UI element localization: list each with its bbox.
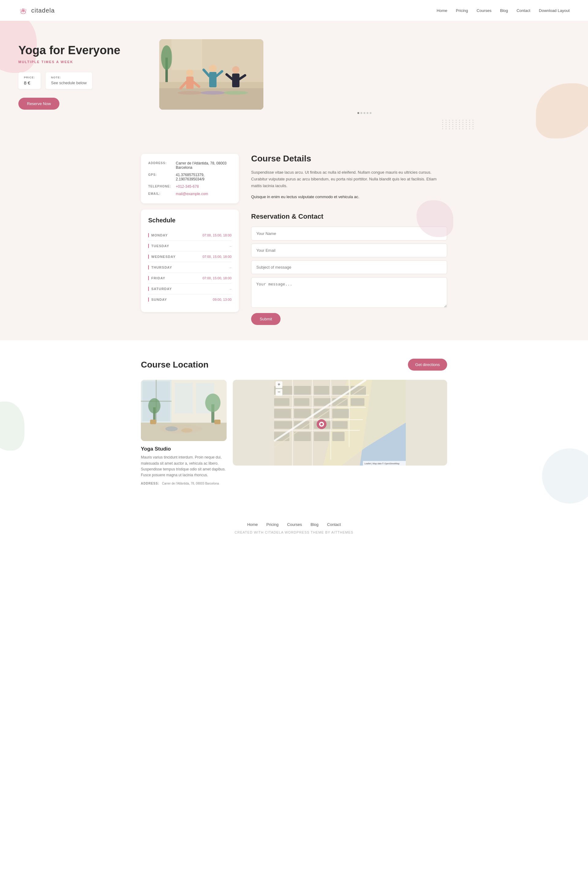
svg-rect-23 xyxy=(171,39,202,70)
telephone-link[interactable]: +012-345-678 xyxy=(176,185,199,189)
svg-rect-59 xyxy=(314,432,329,441)
subject-input[interactable] xyxy=(251,260,447,274)
svg-rect-9 xyxy=(186,77,194,89)
address-value: Carrer de l'Atlàntida, 78, 08003 Barcelo… xyxy=(176,161,231,170)
price-note-container: PRICE: 8 € NOTE: See schedule below xyxy=(18,72,141,89)
schedule-time-1: – xyxy=(230,244,231,248)
svg-point-41 xyxy=(159,424,202,434)
slider-dots xyxy=(159,112,570,114)
location-header: Course Location Get directions xyxy=(141,359,447,371)
studio-card: Yoga Studio Mauris varius tincidunt inte… xyxy=(141,380,226,485)
svg-text:+: + xyxy=(278,382,280,387)
schedule-time-6: 09:00, 13:00 xyxy=(213,298,231,302)
location-blob-left xyxy=(0,402,24,450)
studio-address-row: ADDRESS: Carrer de l'Atlàntida, 78, 0800… xyxy=(141,482,226,485)
directions-button[interactable]: Get directions xyxy=(408,359,447,371)
price-label: PRICE: xyxy=(24,76,35,79)
schedule-time-5: – xyxy=(230,287,231,291)
svg-rect-17 xyxy=(232,74,240,87)
course-paragraph-2: Quisque in enim eu lectus vulputate comm… xyxy=(251,194,447,200)
telephone-value: +012-345-678 xyxy=(176,185,199,189)
nav-contact[interactable]: Contact xyxy=(517,8,530,13)
svg-rect-62 xyxy=(332,409,349,418)
svg-point-79 xyxy=(320,423,323,425)
schedule-row: FRIDAY07:00, 15:00, 18:00 xyxy=(148,273,231,284)
svg-rect-40 xyxy=(150,420,156,424)
schedule-day-4: FRIDAY xyxy=(148,276,165,280)
svg-point-22 xyxy=(224,91,248,95)
svg-rect-48 xyxy=(274,421,292,429)
map-container[interactable]: + − Leaflet | Map data © OpenStreetMap xyxy=(233,380,447,465)
nav-download[interactable]: Download Layout xyxy=(539,8,570,13)
svg-point-34 xyxy=(205,393,220,412)
location-title: Course Location xyxy=(141,360,208,370)
svg-point-20 xyxy=(178,91,202,95)
nav-pricing[interactable]: Pricing xyxy=(456,8,468,13)
schedule-row: SATURDAY– xyxy=(148,284,231,294)
footer-contact[interactable]: Contact xyxy=(327,522,341,527)
schedule-day-0: MONDAY xyxy=(148,233,168,237)
dot-grid-pattern: // Will be generated dynamically xyxy=(442,120,475,129)
name-input[interactable] xyxy=(251,227,447,240)
footer-credit: Created with Citadela WordPress theme by… xyxy=(6,530,582,534)
info-card: ADDRESS: Carrer de l'Atlàntida, 78, 0800… xyxy=(141,154,239,203)
hero-subtitle: Multiple times a week xyxy=(18,60,141,64)
submit-button[interactable]: Submit xyxy=(251,313,280,325)
telephone-label: TELEPHONE: xyxy=(148,185,173,189)
footer-links: Home Pricing Courses Blog Contact xyxy=(6,522,582,527)
svg-point-21 xyxy=(201,91,225,95)
svg-point-8 xyxy=(186,69,194,77)
studio-address-value: Carrer de l'Atlàntida, 78, 08003 Barcelo… xyxy=(162,482,219,485)
footer-home[interactable]: Home xyxy=(247,522,258,527)
schedule-time-0: 07:00, 15:00, 18:00 xyxy=(202,233,231,237)
course-details-title: Course Details xyxy=(251,154,447,164)
schedule-day-1: TUESDAY xyxy=(148,244,170,248)
hero-title: Yoga for Everyone xyxy=(18,44,141,57)
footer-blog[interactable]: Blog xyxy=(310,522,318,527)
location-blob-right xyxy=(542,449,588,504)
svg-rect-47 xyxy=(274,409,291,418)
email-input[interactable] xyxy=(251,243,447,257)
right-column: Course Details Suspendisse vitae lacus a… xyxy=(251,154,447,325)
svg-rect-50 xyxy=(294,386,311,395)
yoga-image-svg xyxy=(159,39,263,110)
reservation-area: Reservation & Contact Submit xyxy=(251,213,447,325)
message-textarea[interactable] xyxy=(251,277,447,308)
svg-rect-51 xyxy=(294,398,309,406)
footer-pricing[interactable]: Pricing xyxy=(266,522,279,527)
schedule-row: SUNDAY09:00, 13:00 xyxy=(148,294,231,305)
nav-home[interactable]: Home xyxy=(437,8,447,13)
footer-courses[interactable]: Courses xyxy=(287,522,302,527)
schedule-day-5: SATURDAY xyxy=(148,287,172,291)
address-label: ADDRESS: xyxy=(148,161,173,170)
logo[interactable]: citadela xyxy=(18,6,55,15)
main-content: ADDRESS: Carrer de l'Atlàntida, 78, 0800… xyxy=(0,138,588,340)
nav-blog[interactable]: Blog xyxy=(500,8,508,13)
dot-3 xyxy=(363,112,365,114)
reserve-button[interactable]: Reserve Now xyxy=(18,98,59,110)
svg-rect-55 xyxy=(314,386,329,395)
schedule-time-3: – xyxy=(230,266,231,269)
email-row: EMAIL: mail@example.com xyxy=(148,192,231,196)
schedule-time-2: 07:00, 15:00, 18:00 xyxy=(202,255,231,258)
studio-address-label: ADDRESS: xyxy=(141,482,159,485)
svg-rect-52 xyxy=(294,409,311,418)
nav-courses[interactable]: Courses xyxy=(477,8,491,13)
logo-text: citadela xyxy=(31,7,55,14)
svg-point-36 xyxy=(148,398,160,413)
dot-5 xyxy=(370,112,372,114)
svg-point-16 xyxy=(232,66,240,74)
footer: Home Pricing Courses Blog Contact Create… xyxy=(0,510,588,543)
location-grid: Yoga Studio Mauris varius tincidunt inte… xyxy=(141,380,447,485)
location-section: Course Location Get directions xyxy=(0,340,588,510)
svg-rect-31 xyxy=(175,383,193,413)
price-value: 8 € xyxy=(24,80,30,86)
schedule-title: Schedule xyxy=(148,217,231,224)
note-label: NOTE: xyxy=(51,76,87,79)
svg-rect-63 xyxy=(332,421,348,429)
studio-image xyxy=(141,380,226,441)
map-svg: + − Leaflet | Map data © OpenStreetMap xyxy=(233,380,447,465)
left-column: ADDRESS: Carrer de l'Atlàntida, 78, 0800… xyxy=(141,154,239,325)
course-paragraph-1: Suspendisse vitae lacus arcu. Ut finibus… xyxy=(251,169,447,189)
email-link[interactable]: mail@example.com xyxy=(176,192,208,196)
